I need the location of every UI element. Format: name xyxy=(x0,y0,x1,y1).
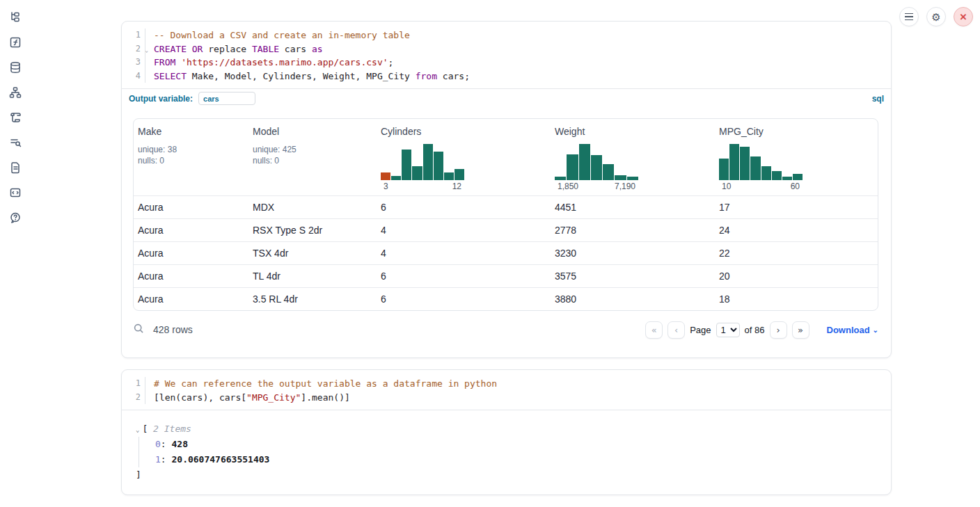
histogram-bar xyxy=(567,154,578,180)
table-cell: 22 xyxy=(715,248,878,259)
fold-chevron-icon[interactable]: ⌄ xyxy=(145,44,148,58)
next-page-button[interactable]: › xyxy=(770,321,787,339)
table-row: Acura3.5 RL 4dr6388018 xyxy=(134,287,878,310)
histogram-bar xyxy=(455,169,464,180)
table-cell: 24 xyxy=(715,225,878,236)
menu-button[interactable] xyxy=(899,7,919,26)
column-stat: nulls: 0 xyxy=(253,155,377,166)
column-name[interactable]: Make xyxy=(138,126,248,137)
column-name[interactable]: Cylinders xyxy=(381,126,551,137)
tree-root: ⌄[ 2 Items xyxy=(136,421,891,437)
tree-entry: 1: 20.060747663551403 xyxy=(136,452,891,467)
settings-button[interactable]: ⚙ xyxy=(926,7,946,26)
line-number: 2⌄ xyxy=(136,42,141,56)
datasources-icon[interactable] xyxy=(5,60,26,75)
axis-max-label: 12 xyxy=(452,182,461,191)
notebook-actions: ⚙ ✕ xyxy=(899,7,973,26)
histogram-bar xyxy=(402,150,411,180)
table-row: AcuraRSX Type S 2dr4277824 xyxy=(134,218,878,241)
code-line[interactable]: CREATE OR replace TABLE cars as xyxy=(154,42,470,56)
tree-items-count: 2 Items xyxy=(153,424,191,434)
line-number-gutter: 12 xyxy=(127,377,145,404)
prev-page-button[interactable]: ‹ xyxy=(667,321,685,339)
python-code-editor[interactable]: 12 # We can reference the output variabl… xyxy=(122,370,891,410)
scratchpad-icon[interactable] xyxy=(5,110,26,125)
column-histogram: 1,8507,190 xyxy=(555,144,638,195)
line-number: 3 xyxy=(136,56,141,70)
histogram-axis: 312 xyxy=(381,180,464,195)
column-name[interactable]: MPG_City xyxy=(719,126,878,137)
histogram-bar xyxy=(555,177,566,180)
tree-close: ] xyxy=(136,467,891,483)
axis-min-label: 1,850 xyxy=(558,182,578,191)
language-badge: sql xyxy=(872,94,884,104)
column-stat: unique: 38 xyxy=(138,144,248,155)
sql-code-editor[interactable]: 12⌄34 -- Download a CSV and create an in… xyxy=(122,22,891,88)
histogram-bar xyxy=(740,147,750,180)
dependency-graph-icon[interactable] xyxy=(5,85,26,100)
tree-entry: 0: 428 xyxy=(136,437,891,452)
variables-icon[interactable] xyxy=(5,35,26,50)
table-cell: 4 xyxy=(377,225,551,236)
histogram-bar xyxy=(591,155,602,180)
column-header: Makeunique: 38nulls: 0 xyxy=(134,126,248,195)
collapse-chevron-icon[interactable]: ⌄ xyxy=(136,426,139,433)
column-name[interactable]: Weight xyxy=(555,126,715,137)
code-line[interactable]: -- Download a CSV and create an in-memor… xyxy=(154,29,470,42)
table-cell: 3.5 RL 4dr xyxy=(248,293,377,305)
code-line[interactable]: SELECT Make, Model, Cylinders, Weight, M… xyxy=(154,70,470,83)
gear-icon: ⚙ xyxy=(931,12,940,22)
axis-min-label: 10 xyxy=(722,182,731,191)
documentation-icon[interactable] xyxy=(5,160,26,175)
sql-code[interactable]: -- Download a CSV and create an in-memor… xyxy=(154,29,470,83)
column-histogram: 312 xyxy=(381,144,464,195)
python-code[interactable]: # We can reference the output variable a… xyxy=(154,377,497,404)
help-icon[interactable] xyxy=(5,210,26,225)
table-cell: Acura xyxy=(134,293,248,305)
search-icon[interactable] xyxy=(133,323,145,337)
first-page-button[interactable]: « xyxy=(645,321,663,339)
code-line[interactable]: FROM 'https://datasets.marimo.app/cars.c… xyxy=(154,56,470,70)
histogram-bar xyxy=(603,164,614,180)
axis-max-label: 7,190 xyxy=(615,182,635,191)
last-page-button[interactable]: » xyxy=(792,321,809,339)
table-cell: 3880 xyxy=(551,293,715,305)
histogram-bar xyxy=(444,172,454,180)
code-line[interactable]: # We can reference the output variable a… xyxy=(154,377,497,391)
table-cell: 18 xyxy=(715,293,878,305)
tree-guide-line xyxy=(139,437,139,467)
table-cell: 6 xyxy=(377,293,551,305)
axis-min-label: 3 xyxy=(384,182,388,191)
output-variable-input[interactable] xyxy=(198,92,255,105)
download-button[interactable]: Download ⌄ xyxy=(827,325,879,335)
column-name[interactable]: Model xyxy=(253,126,377,137)
histogram-bar xyxy=(391,176,401,180)
snippets-icon[interactable] xyxy=(5,185,26,200)
table-row: AcuraMDX6445117 xyxy=(134,195,878,218)
table-cell: Acura xyxy=(134,271,248,282)
column-histogram: 1060 xyxy=(719,144,803,195)
table-cell: MDX xyxy=(248,202,377,213)
histogram-bar xyxy=(772,171,782,180)
code-line[interactable]: [len(cars), cars["MPG_City"].mean()] xyxy=(154,391,497,405)
table-footer: 428 rows « ‹ Page 1 of 86 › » Download ⌄ xyxy=(133,319,878,340)
hamburger-icon xyxy=(905,13,913,21)
output-variable-label: Output variable: xyxy=(129,94,193,104)
histogram-bar xyxy=(434,152,443,180)
file-explorer-icon[interactable] xyxy=(5,10,26,25)
histogram-bar xyxy=(579,144,590,180)
line-number: 1 xyxy=(136,377,141,391)
chevron-down-icon: ⌄ xyxy=(873,326,878,334)
column-header: Modelunique: 425nulls: 0 xyxy=(248,126,377,195)
histogram-bar xyxy=(412,166,422,180)
histogram-bar xyxy=(761,166,771,180)
table-cell: 17 xyxy=(715,202,878,213)
shutdown-button[interactable]: ✕ xyxy=(954,7,973,26)
column-header: Weight1,8507,190 xyxy=(551,126,715,195)
sql-cell: 12⌄34 -- Download a CSV and create an in… xyxy=(121,21,892,358)
logs-icon[interactable] xyxy=(5,135,26,150)
table-cell: 3575 xyxy=(551,271,715,282)
output-variable-bar: Output variable: sql xyxy=(122,88,891,108)
page-select[interactable]: 1 xyxy=(716,323,740,337)
sidebar xyxy=(0,10,31,225)
